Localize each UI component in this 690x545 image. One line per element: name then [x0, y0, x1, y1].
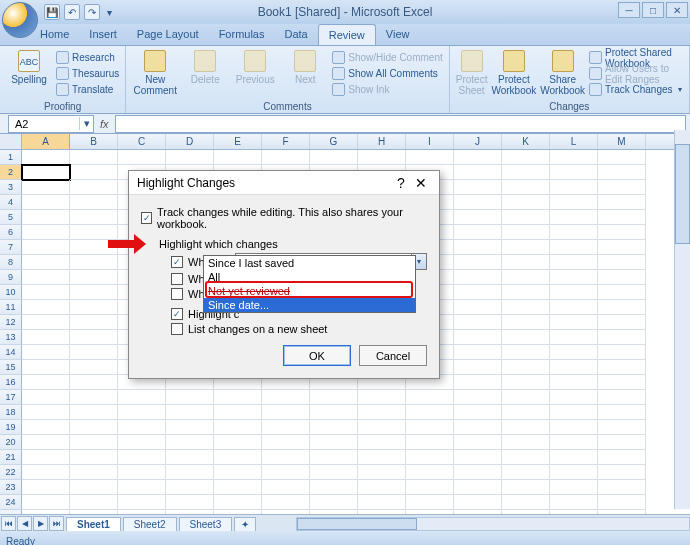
cell[interactable]	[406, 480, 454, 495]
tab-view[interactable]: View	[376, 24, 420, 45]
cell[interactable]	[502, 450, 550, 465]
fx-icon[interactable]: fx	[100, 118, 109, 130]
cell[interactable]	[598, 345, 646, 360]
cell[interactable]	[502, 495, 550, 510]
cell[interactable]	[502, 330, 550, 345]
cell[interactable]	[454, 375, 502, 390]
cell[interactable]	[550, 420, 598, 435]
cell[interactable]	[358, 510, 406, 514]
cell[interactable]	[70, 270, 118, 285]
cell[interactable]	[310, 480, 358, 495]
horizontal-scroll-thumb[interactable]	[297, 518, 417, 530]
column-header-C[interactable]: C	[118, 134, 166, 149]
cell[interactable]	[550, 300, 598, 315]
cell[interactable]	[358, 465, 406, 480]
row-header-7[interactable]: 7	[0, 240, 22, 255]
redo-icon[interactable]: ↷	[84, 4, 100, 20]
cell[interactable]	[598, 435, 646, 450]
cell[interactable]	[550, 270, 598, 285]
close-button[interactable]: ✕	[666, 2, 688, 18]
cell[interactable]	[598, 255, 646, 270]
tab-page-layout[interactable]: Page Layout	[127, 24, 209, 45]
when-option-all[interactable]: All	[204, 270, 415, 284]
cancel-button[interactable]: Cancel	[359, 345, 427, 366]
sheet-tab-2[interactable]: Sheet2	[123, 517, 177, 531]
cell[interactable]	[454, 315, 502, 330]
cell[interactable]	[598, 465, 646, 480]
cell[interactable]	[550, 330, 598, 345]
column-header-D[interactable]: D	[166, 134, 214, 149]
next-comment-button[interactable]: Next	[282, 48, 328, 85]
cell[interactable]	[550, 465, 598, 480]
cell[interactable]	[454, 225, 502, 240]
cell[interactable]	[550, 315, 598, 330]
cell[interactable]	[70, 300, 118, 315]
cell[interactable]	[502, 480, 550, 495]
share-workbook-button[interactable]: Share Workbook	[540, 48, 585, 96]
cell[interactable]	[454, 255, 502, 270]
row-header-17[interactable]: 17	[0, 390, 22, 405]
cell[interactable]	[550, 375, 598, 390]
list-sheet-checkbox[interactable]	[171, 323, 183, 335]
cell[interactable]	[22, 300, 70, 315]
track-changes-button[interactable]: Track Changes▾	[589, 82, 683, 97]
cell[interactable]	[598, 420, 646, 435]
cell[interactable]	[118, 420, 166, 435]
cell[interactable]	[454, 300, 502, 315]
cell[interactable]	[454, 390, 502, 405]
cell[interactable]	[22, 225, 70, 240]
name-box[interactable]: A2 ▾	[8, 115, 94, 133]
cell[interactable]	[502, 225, 550, 240]
cell[interactable]	[70, 195, 118, 210]
cell[interactable]	[454, 480, 502, 495]
when-dropdown-list[interactable]: Since I last saved All Not yet reviewed …	[203, 255, 416, 313]
cell[interactable]	[502, 210, 550, 225]
cell[interactable]	[598, 225, 646, 240]
cell[interactable]	[454, 405, 502, 420]
cell[interactable]	[406, 495, 454, 510]
cell[interactable]	[166, 150, 214, 165]
cell[interactable]	[598, 300, 646, 315]
translate-button[interactable]: Translate	[56, 82, 119, 97]
cell[interactable]	[502, 240, 550, 255]
cell[interactable]	[70, 150, 118, 165]
column-header-G[interactable]: G	[310, 134, 358, 149]
when-checkbox[interactable]	[171, 256, 183, 268]
cell[interactable]	[502, 360, 550, 375]
cell[interactable]	[166, 420, 214, 435]
cell[interactable]	[262, 450, 310, 465]
cell[interactable]	[22, 405, 70, 420]
cell[interactable]	[454, 450, 502, 465]
dialog-title-bar[interactable]: Highlight Changes ? ✕	[129, 171, 439, 195]
cell[interactable]	[22, 210, 70, 225]
cell[interactable]	[550, 480, 598, 495]
cell[interactable]	[550, 240, 598, 255]
cell[interactable]	[262, 435, 310, 450]
cell[interactable]	[118, 435, 166, 450]
row-header-19[interactable]: 19	[0, 420, 22, 435]
cell[interactable]	[550, 180, 598, 195]
cell[interactable]	[166, 390, 214, 405]
delete-comment-button[interactable]: Delete	[182, 48, 228, 85]
cell[interactable]	[454, 195, 502, 210]
cell[interactable]	[118, 405, 166, 420]
cell[interactable]	[310, 495, 358, 510]
column-header-E[interactable]: E	[214, 134, 262, 149]
cell[interactable]	[22, 390, 70, 405]
cell[interactable]	[406, 450, 454, 465]
cell[interactable]	[22, 165, 70, 180]
cell[interactable]	[502, 285, 550, 300]
row-header-14[interactable]: 14	[0, 345, 22, 360]
minimize-button[interactable]: ─	[618, 2, 640, 18]
row-header-4[interactable]: 4	[0, 195, 22, 210]
cell[interactable]	[22, 375, 70, 390]
vertical-scroll-thumb[interactable]	[675, 144, 690, 244]
cell[interactable]	[454, 360, 502, 375]
row-header-2[interactable]: 2	[0, 165, 22, 180]
cell[interactable]	[454, 420, 502, 435]
cell[interactable]	[358, 150, 406, 165]
qat-dropdown-icon[interactable]: ▾	[104, 4, 114, 20]
cell[interactable]	[310, 405, 358, 420]
cell[interactable]	[22, 330, 70, 345]
cell[interactable]	[550, 405, 598, 420]
